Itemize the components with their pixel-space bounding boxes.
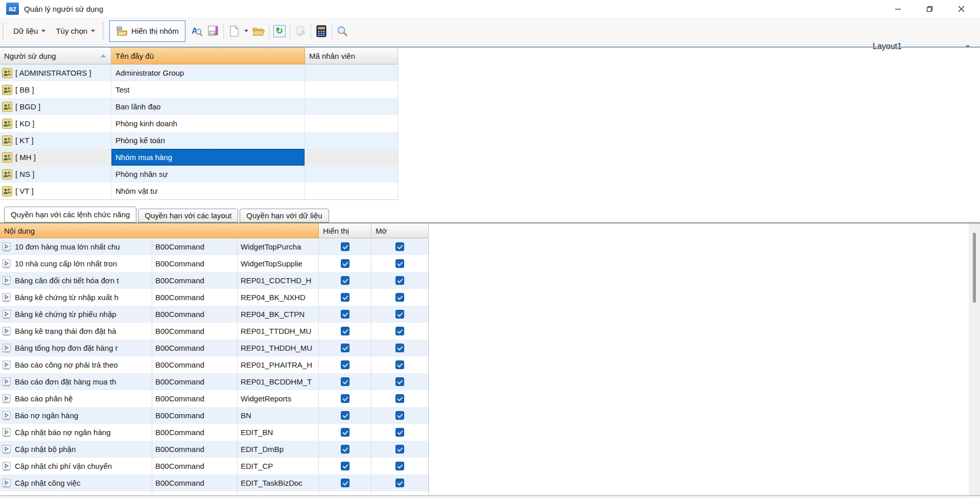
code-cell[interactable]: EDIT_CP [238, 458, 319, 474]
employee-code-cell[interactable] [305, 64, 398, 81]
user-code-cell[interactable]: [ NS ] [0, 166, 111, 183]
permission-row[interactable]: Bảng tổng hợp đơn đặt hàng r B00Command … [0, 339, 429, 356]
open-checkbox[interactable] [395, 259, 404, 268]
full-name-cell[interactable]: Phòng nhân sự [111, 166, 305, 183]
code-cell[interactable]: EDIT_DmBp [238, 441, 319, 458]
permission-row[interactable]: Bảng kê trạng thái đơn đặt hà B00Command… [0, 323, 429, 339]
show-checkbox[interactable] [341, 293, 349, 302]
permission-name-cell[interactable]: 10 đơn hàng mua lớn nhất chu [0, 238, 152, 255]
calculator-button[interactable] [313, 21, 330, 41]
show-checkbox[interactable] [341, 411, 349, 420]
code-cell[interactable] [238, 491, 319, 495]
permission-row[interactable]: Cập nhật bộ phận B00Command EDIT_DmBp [0, 441, 429, 458]
column-header-show[interactable]: Hiển thị [319, 223, 371, 238]
open-checkbox[interactable] [395, 276, 404, 285]
open-checkbox[interactable] [395, 479, 404, 487]
permission-row[interactable]: Báo cáo công nợ phải trả theo B00Command… [0, 356, 429, 373]
code-cell[interactable]: BN [238, 407, 319, 424]
full-name-cell[interactable]: Administrator Group [111, 64, 305, 81]
full-name-cell[interactable]: Phòng kế toán [111, 132, 305, 149]
new-document-button[interactable] [226, 21, 242, 41]
open-checkbox[interactable] [395, 327, 404, 335]
open-checkbox[interactable] [395, 445, 404, 454]
employee-code-cell[interactable] [305, 132, 398, 149]
permission-row[interactable]: Bảng cân đối chi tiết hóa đơn t B00Comma… [0, 272, 429, 289]
show-checkbox[interactable] [341, 394, 349, 403]
open-checkbox[interactable] [395, 310, 404, 319]
show-checkbox[interactable] [341, 276, 349, 285]
permission-name-cell[interactable]: Bảng kê chứng từ phiếu nhập [0, 306, 152, 323]
full-name-cell[interactable]: Test [111, 81, 305, 98]
show-checkbox[interactable] [341, 327, 349, 335]
command-cell[interactable]: B00Command [152, 339, 238, 356]
code-cell[interactable]: EDIT_BN [238, 424, 319, 441]
employee-code-cell[interactable] [305, 183, 398, 199]
permission-name-cell[interactable] [0, 491, 152, 495]
search-button[interactable] [334, 21, 351, 41]
full-name-cell[interactable]: Nhóm mua hàng [111, 149, 305, 166]
permission-name-cell[interactable]: Báo cáo công nợ phải trả theo [0, 356, 152, 373]
open-button[interactable] [250, 21, 267, 41]
user-code-cell[interactable]: [ KD ] [0, 115, 111, 132]
close-button[interactable] [945, 0, 977, 17]
permission-row[interactable] [0, 491, 429, 495]
command-cell[interactable]: B00Command [152, 289, 238, 306]
permission-name-cell[interactable]: Cập nhật báo nợ ngân hàng [0, 424, 152, 441]
command-cell[interactable]: B00Command [152, 306, 238, 323]
code-cell[interactable]: REP01_CDCTHD_H [238, 272, 319, 289]
permission-name-cell[interactable]: Bảng kê chứng từ nhập xuất h [0, 289, 152, 306]
code-cell[interactable]: REP01_TTDDH_MU [238, 323, 319, 339]
permission-row[interactable]: Cập nhật báo nợ ngân hàng B00Command EDI… [0, 424, 429, 441]
column-header-content[interactable]: Nội dung [0, 223, 319, 238]
permission-name-cell[interactable]: Cập nhật chi phí vận chuyển [0, 458, 152, 474]
command-cell[interactable]: B00Command [152, 255, 238, 272]
user-code-cell[interactable]: [ ADMINISTRATORS ] [0, 64, 111, 81]
permission-row[interactable]: Báo nợ ngân hàng B00Command BN [0, 407, 429, 424]
open-checkbox[interactable] [395, 411, 404, 420]
toolbar-grip[interactable] [3, 23, 5, 39]
show-groups-button[interactable]: Hiển thị nhóm [109, 20, 185, 42]
open-checkbox[interactable] [395, 428, 404, 437]
permission-name-cell[interactable]: Báo nợ ngân hàng [0, 407, 152, 424]
permission-row[interactable]: Cập nhật công việc B00Command EDIT_TaskB… [0, 474, 429, 491]
employee-code-cell[interactable] [305, 166, 398, 183]
permission-name-cell[interactable]: Báo cáo đơn đặt hàng mua th [0, 373, 152, 390]
tab-1[interactable]: Quyền hạn với các layout [138, 209, 238, 222]
command-cell[interactable] [152, 491, 238, 495]
code-cell[interactable]: EDIT_TaskBizDoc [238, 474, 319, 491]
column-header-open[interactable]: Mở [371, 223, 429, 238]
show-checkbox[interactable] [341, 445, 349, 454]
show-checkbox[interactable] [341, 259, 349, 268]
tab-0[interactable]: Quyền hạn với các lệnh chức năng [4, 207, 136, 222]
scrollbar-thumb[interactable] [973, 233, 976, 303]
command-cell[interactable]: B00Command [152, 458, 238, 474]
show-checkbox[interactable] [341, 377, 349, 386]
user-code-cell[interactable]: [ KT ] [0, 132, 111, 149]
user-code-cell[interactable]: [ VT ] [0, 183, 111, 199]
column-header-user[interactable]: Người sử dụng [0, 48, 111, 64]
permission-name-cell[interactable]: Cập nhật công việc [0, 474, 152, 491]
show-checkbox[interactable] [341, 462, 349, 470]
export-button[interactable] [292, 21, 309, 41]
new-document-dropdown-icon[interactable] [244, 30, 248, 32]
user-code-cell[interactable]: [ MH ] [0, 149, 111, 166]
find-button[interactable]: A [189, 21, 205, 41]
permission-name-cell[interactable]: Bảng tổng hợp đơn đặt hàng r [0, 339, 152, 356]
command-cell[interactable]: B00Command [152, 272, 238, 289]
print-preview-button[interactable] [205, 21, 221, 41]
minimize-button[interactable] [882, 0, 914, 17]
user-row[interactable]: [ NS ] Phòng nhân sự [0, 166, 399, 183]
permission-name-cell[interactable]: Bảng cân đối chi tiết hóa đơn t [0, 272, 152, 289]
user-row[interactable]: [ ADMINISTRATORS ] Administrator Group [0, 64, 399, 81]
full-name-cell[interactable]: Nhóm vật tư [111, 183, 305, 199]
restore-button[interactable] [914, 0, 945, 17]
user-row[interactable]: [ BGD ] Ban lãnh đạo [0, 98, 399, 115]
command-cell[interactable]: B00Command [152, 474, 238, 491]
vertical-scrollbar[interactable] [969, 223, 980, 498]
command-cell[interactable]: B00Command [152, 407, 238, 424]
show-checkbox[interactable] [341, 242, 349, 251]
open-checkbox[interactable] [395, 293, 404, 302]
command-cell[interactable]: B00Command [152, 356, 238, 373]
command-cell[interactable]: B00Command [152, 441, 238, 458]
user-row[interactable]: [ BB ] Test [0, 81, 399, 98]
